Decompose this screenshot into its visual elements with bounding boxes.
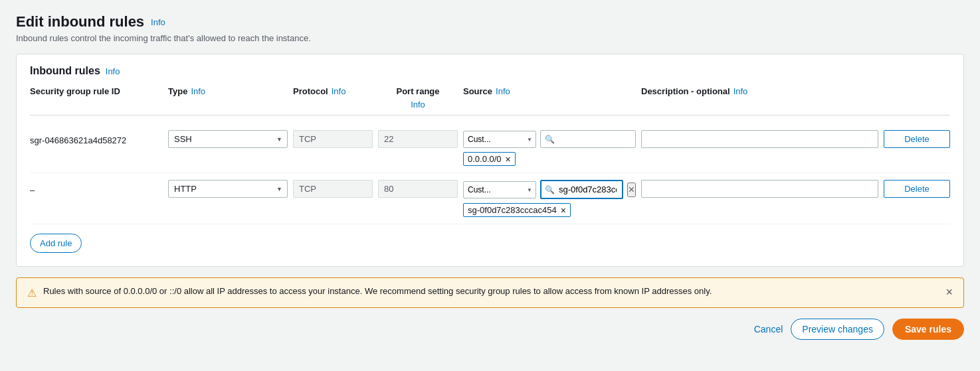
rule-id-cell-2: –: [30, 180, 163, 195]
type-cell-1: SSH HTTP HTTPS Custom TCP All traffic: [168, 130, 288, 148]
type-cell-2: SSH HTTP HTTPS Custom TCP All traffic: [168, 180, 288, 198]
panel-title-info-link[interactable]: Info: [106, 66, 120, 76]
col-protocol-info[interactable]: Info: [332, 86, 346, 96]
cancel-button[interactable]: Cancel: [754, 324, 783, 334]
protocol-field-2: TCP: [293, 180, 373, 198]
rule-id-1: sgr-046863621a4d58272: [30, 130, 163, 145]
add-rule-button[interactable]: Add rule: [30, 234, 82, 253]
page-subtitle: Inbound rules control the incoming traff…: [16, 33, 964, 43]
source-type-wrapper-2[interactable]: Cust... Anywhere-IPv4 Anywhere-IPv6 My I…: [463, 181, 536, 198]
source-search-box-2[interactable]: 🔍: [540, 180, 623, 199]
type-select-wrapper-1[interactable]: SSH HTTP HTTPS Custom TCP All traffic: [168, 130, 288, 148]
col-port-info[interactable]: Info: [411, 100, 425, 110]
remove-tag-btn-1[interactable]: ×: [506, 155, 511, 164]
col-description: Description - optional Info: [641, 86, 878, 96]
col-source-info[interactable]: Info: [496, 86, 510, 96]
page-title: Edit inbound rules Info: [16, 13, 964, 31]
page-header: Edit inbound rules Info Inbound rules co…: [16, 13, 964, 43]
clear-search-btn-2[interactable]: ×: [627, 183, 636, 197]
preview-changes-button[interactable]: Preview changes: [791, 319, 884, 340]
save-rules-button[interactable]: Save rules: [892, 319, 964, 340]
port-cell-1: 22: [378, 130, 458, 148]
table-row: – SSH HTTP HTTPS Custom TCP All traffic …: [30, 173, 950, 224]
desc-cell-1: [641, 130, 878, 148]
protocol-cell-1: TCP: [293, 130, 373, 148]
port-field-1: 22: [378, 130, 458, 148]
port-field-2: 80: [378, 180, 458, 198]
col-protocol: Protocol Info: [293, 86, 373, 96]
desc-cell-2: [641, 180, 878, 198]
page-title-info-link[interactable]: Info: [151, 17, 165, 27]
actions-cell-1: Delete: [884, 130, 950, 148]
rule-id-2: –: [30, 180, 163, 195]
type-select-2[interactable]: SSH HTTP HTTPS Custom TCP All traffic: [168, 180, 288, 198]
source-top-1: Cust... Anywhere-IPv4 Anywhere-IPv6 My I…: [463, 130, 636, 148]
search-icon-1: 🔍: [545, 135, 555, 144]
footer-actions: Cancel Preview changes Save rules: [16, 319, 964, 340]
delete-button-1[interactable]: Delete: [884, 130, 950, 148]
page-title-text: Edit inbound rules: [16, 13, 144, 31]
remove-tag-btn-2[interactable]: ×: [561, 206, 566, 215]
source-type-select-1[interactable]: Cust... Anywhere-IPv4 Anywhere-IPv6 My I…: [463, 131, 536, 148]
source-type-wrapper-1[interactable]: Cust... Anywhere-IPv4 Anywhere-IPv6 My I…: [463, 131, 536, 148]
warning-icon: ⚠: [27, 287, 37, 299]
description-input-2[interactable]: [641, 180, 878, 198]
warning-banner: ⚠ Rules with source of 0.0.0.0/0 or ::/0…: [16, 277, 964, 308]
source-top-2: Cust... Anywhere-IPv4 Anywhere-IPv6 My I…: [463, 180, 636, 199]
actions-cell-2: Delete: [884, 180, 950, 198]
port-cell-2: 80: [378, 180, 458, 198]
panel-title-text: Inbound rules: [30, 65, 100, 77]
tag-pill-1: 0.0.0.0/0 ×: [463, 152, 516, 166]
source-cell-1: Cust... Anywhere-IPv4 Anywhere-IPv6 My I…: [463, 130, 636, 166]
table-header: Security group rule ID Type Info Protoco…: [30, 86, 950, 115]
search-icon-2: 🔍: [545, 185, 555, 194]
protocol-field-1: TCP: [293, 130, 373, 148]
col-rule-id: Security group rule ID: [30, 86, 163, 96]
description-input-1[interactable]: [641, 130, 878, 148]
col-source: Source Info: [463, 86, 636, 96]
col-port: Port range Info: [378, 86, 458, 110]
type-select-wrapper-2[interactable]: SSH HTTP HTTPS Custom TCP All traffic: [168, 180, 288, 198]
source-type-select-2[interactable]: Cust... Anywhere-IPv4 Anywhere-IPv6 My I…: [463, 181, 536, 198]
source-cell-2: Cust... Anywhere-IPv4 Anywhere-IPv6 My I…: [463, 180, 636, 217]
delete-button-2[interactable]: Delete: [884, 180, 950, 198]
protocol-cell-2: TCP: [293, 180, 373, 198]
table-row: sgr-046863621a4d58272 SSH HTTP HTTPS Cus…: [30, 123, 950, 173]
source-tags-1: 0.0.0.0/0 ×: [463, 152, 636, 166]
tag-pill-2: sg-0f0d7c283cccac454 ×: [463, 203, 571, 217]
col-type-info[interactable]: Info: [191, 86, 205, 96]
type-select-1[interactable]: SSH HTTP HTTPS Custom TCP All traffic: [168, 130, 288, 148]
warning-close-button[interactable]: ×: [945, 286, 953, 298]
panel-title: Inbound rules Info: [30, 65, 950, 77]
page-container: Edit inbound rules Info Inbound rules co…: [16, 13, 964, 340]
col-description-info[interactable]: Info: [734, 86, 748, 96]
inbound-rules-panel: Inbound rules Info Security group rule I…: [16, 54, 964, 267]
rule-id-cell-1: sgr-046863621a4d58272: [30, 130, 163, 145]
col-type: Type Info: [168, 86, 288, 96]
warning-text: Rules with source of 0.0.0.0/0 or ::/0 a…: [43, 286, 939, 296]
source-search-box-1[interactable]: 🔍: [540, 130, 636, 148]
source-tags-2: sg-0f0d7c283cccac454 ×: [463, 203, 636, 217]
